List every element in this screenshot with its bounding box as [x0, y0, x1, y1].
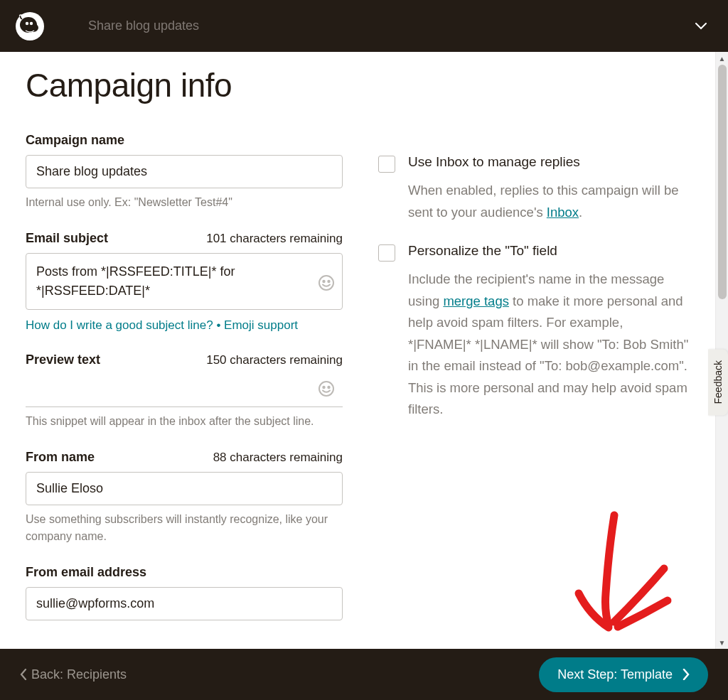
svg-point-7 — [328, 281, 329, 282]
personalize-checkbox[interactable] — [378, 244, 395, 262]
content: Campaign info Campaign name Internal use… — [0, 52, 715, 649]
from-name-counter: 88 characters remaining — [213, 451, 343, 465]
from-name-label: From name — [26, 450, 95, 465]
inbox-option-label: Use Inbox to manage replies — [408, 154, 580, 170]
personalize-option-label: Personalize the "To" field — [408, 243, 557, 259]
email-subject-counter: 101 characters remaining — [206, 232, 343, 246]
svg-point-9 — [323, 387, 324, 388]
personalize-option-desc: Include the recipient's name in the mess… — [408, 269, 690, 421]
topbar-menu-caret[interactable] — [695, 20, 707, 33]
personalize-option: Personalize the "To" field — [378, 243, 690, 262]
page-title: Campaign info — [26, 66, 690, 104]
feedback-tab[interactable]: Feedback — [708, 349, 728, 415]
campaign-name-hint: Internal use only. Ex: "Newsletter Test#… — [26, 194, 343, 211]
preview-text-counter: 150 characters remaining — [206, 353, 343, 367]
from-email-input[interactable] — [26, 587, 343, 620]
subject-help-link[interactable]: How do I write a good subject line? — [26, 318, 213, 332]
inbox-link[interactable]: Inbox — [547, 205, 579, 220]
merge-tags-link[interactable]: merge tags — [443, 294, 509, 308]
scroll-down-arrow[interactable]: ▼ — [716, 636, 728, 649]
bottom-bar: Back: Recipients Next Step: Template — [0, 649, 728, 700]
form-column: Campaign name Internal use only. Ex: "Ne… — [26, 133, 343, 640]
svg-point-3 — [26, 21, 28, 24]
top-bar: Share blog updates — [0, 0, 728, 52]
svg-point-6 — [323, 281, 324, 282]
from-name-input[interactable] — [26, 472, 343, 505]
preview-text-label: Preview text — [26, 352, 100, 367]
emoji-picker-icon[interactable] — [317, 379, 336, 398]
topbar-title: Share blog updates — [88, 18, 199, 33]
inbox-option: Use Inbox to manage replies — [378, 154, 690, 173]
email-subject-label: Email subject — [26, 231, 108, 246]
email-subject-input[interactable] — [26, 253, 343, 310]
inbox-checkbox[interactable] — [378, 156, 395, 173]
campaign-name-input[interactable] — [26, 155, 343, 188]
scrollbar-thumb[interactable] — [718, 65, 727, 299]
svg-point-10 — [328, 387, 329, 388]
campaign-name-field: Campaign name Internal use only. Ex: "Ne… — [26, 133, 343, 211]
svg-point-5 — [319, 276, 333, 290]
svg-point-4 — [30, 21, 33, 24]
campaign-name-label: Campaign name — [26, 133, 124, 148]
from-email-label: From email address — [26, 565, 146, 580]
back-button[interactable]: Back: Recipients — [20, 667, 127, 682]
email-subject-field: Email subject 101 characters remaining H… — [26, 231, 343, 333]
preview-text-field: Preview text 150 characters remaining Th… — [26, 352, 343, 430]
emoji-support-link[interactable]: Emoji support — [224, 318, 298, 332]
options-column: Use Inbox to manage replies When enabled… — [378, 133, 690, 640]
scroll-up-arrow[interactable]: ▲ — [716, 52, 728, 65]
from-name-field: From name 88 characters remaining Use so… — [26, 450, 343, 545]
next-step-button[interactable]: Next Step: Template — [539, 657, 708, 692]
from-name-hint: Use something subscribers will instantly… — [26, 511, 343, 545]
preview-text-input[interactable] — [26, 375, 343, 407]
mailchimp-logo[interactable] — [14, 11, 46, 42]
scroll-area: Campaign info Campaign name Internal use… — [0, 52, 728, 649]
emoji-picker-icon[interactable] — [317, 274, 336, 292]
from-email-field: From email address — [26, 565, 343, 620]
svg-point-8 — [319, 382, 333, 396]
preview-text-hint: This snippet will appear in the inbox af… — [26, 413, 343, 430]
inbox-option-desc: When enabled, replies to this campaign w… — [408, 180, 690, 223]
